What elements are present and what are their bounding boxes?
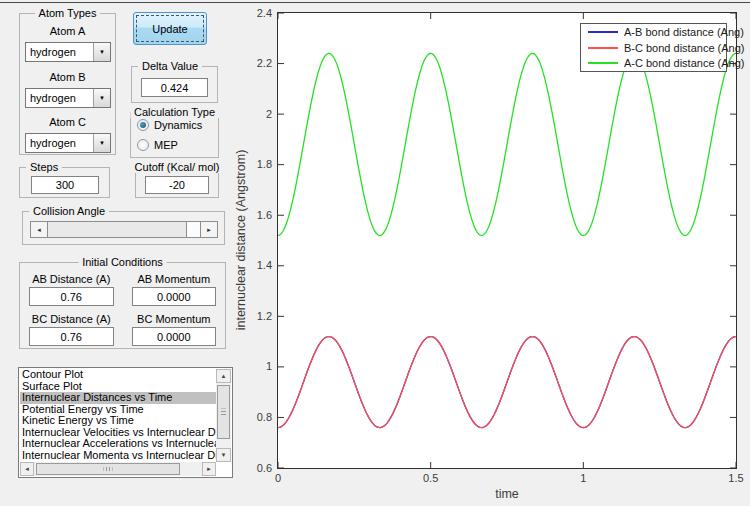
collision-angle-title: Collision Angle <box>29 205 109 217</box>
x-tick-label: 0.5 <box>411 472 451 485</box>
ic-field[interactable] <box>132 287 217 306</box>
calculation-type-title: Calculation Type <box>130 106 219 118</box>
atom-b-combobox[interactable]: hydrogen▼ <box>25 88 111 108</box>
radio-button-icon[interactable] <box>137 119 149 131</box>
list-item[interactable]: Surface Plot <box>20 381 216 393</box>
radio-label: Dynamics <box>154 119 202 131</box>
plot-axes <box>277 12 737 469</box>
ic-label: BC Momentum <box>132 313 217 327</box>
delta-value-group: Delta Value <box>131 66 218 103</box>
collision-angle-slider[interactable]: ◄ ► <box>30 221 218 238</box>
slider-track[interactable] <box>48 222 200 237</box>
atom-a-label: Atom A <box>20 25 115 38</box>
scroll-left-icon[interactable]: ◄ <box>20 462 34 476</box>
initial-conditions-group: Initial Conditions AB Distance (A)AB Mom… <box>19 262 226 349</box>
slider-left-arrow-icon[interactable]: ◄ <box>31 222 48 237</box>
ic-field[interactable] <box>132 327 217 346</box>
combobox-value: hydrogen <box>26 134 93 152</box>
y-tick-label: 2.4 <box>236 7 272 20</box>
steps-group: Steps <box>19 167 110 198</box>
dropdown-arrow-icon: ▼ <box>93 89 110 107</box>
plot-type-listbox[interactable]: Contour PlotSurface PlotInternuclear Dis… <box>18 367 233 478</box>
combobox-value: hydrogen <box>26 43 93 61</box>
legend-entry-label: A-C bond distance (Ang) <box>624 57 744 69</box>
y-tick-label: 1.2 <box>236 310 272 323</box>
horizontal-scrollbar-thumb[interactable] <box>36 463 180 475</box>
list-item[interactable]: Internuclear Distances vs Time <box>20 392 216 404</box>
x-tick-label: 1 <box>563 472 603 485</box>
radio-button-icon[interactable] <box>137 139 149 151</box>
radio-option-dynamics[interactable]: Dynamics <box>137 116 218 133</box>
radio-label: MEP <box>154 139 178 151</box>
collision-angle-group: Collision Angle ◄ ► <box>22 211 225 245</box>
atom-b-label: Atom B <box>20 71 115 84</box>
legend-entry: B-C bond distance (Ang) <box>581 41 726 55</box>
initial-conditions-grid: AB Distance (A)AB MomentumBC Distance (A… <box>20 263 225 351</box>
scroll-right-icon[interactable]: ► <box>202 462 216 476</box>
calculation-type-group: Calculation Type DynamicsMEP <box>130 112 219 158</box>
cutoff-title: Cutoff (Kcal/ mol) <box>133 161 222 173</box>
list-item[interactable]: Kinetic Energy vs Time <box>20 415 216 427</box>
legend-entry: A-C bond distance (Ang) <box>581 56 726 70</box>
legend-entry: A-B bond distance (Ang) <box>581 25 726 39</box>
update-button[interactable]: Update <box>133 12 207 45</box>
plot-canvas <box>278 13 736 468</box>
list-item[interactable]: Potential Energy vs Time <box>20 404 216 416</box>
listbox-items: Contour PlotSurface PlotInternuclear Dis… <box>20 369 216 462</box>
scroll-up-icon[interactable]: ▲ <box>216 369 231 383</box>
listbox-vertical-scrollbar[interactable]: ▲ ▼ <box>216 369 231 462</box>
dropdown-arrow-icon: ▼ <box>93 43 110 61</box>
atom-c-combobox[interactable]: hydrogen▼ <box>25 133 111 153</box>
series-line-2 <box>278 53 736 235</box>
list-item[interactable]: Internuclear Accelerations vs Internucle… <box>20 438 216 450</box>
steps-field[interactable] <box>31 176 99 194</box>
y-tick-label: 1.6 <box>236 209 272 222</box>
x-tick-label: 1.5 <box>716 472 750 485</box>
radio-option-mep[interactable]: MEP <box>137 136 218 153</box>
ic-field[interactable] <box>29 327 114 346</box>
slider-right-arrow-icon[interactable]: ► <box>200 222 217 237</box>
y-tick-label: 1 <box>236 360 272 373</box>
thumb-grip <box>104 467 113 471</box>
legend-line-sample <box>588 62 618 64</box>
x-axis-label: time <box>427 487 587 501</box>
window-top-border <box>0 2 750 3</box>
legend-line-sample <box>588 47 618 49</box>
x-tick-label: 0 <box>258 472 298 485</box>
ic-field[interactable] <box>29 287 114 306</box>
atom-a-combobox[interactable]: hydrogen▼ <box>25 42 111 62</box>
y-tick-label: 2.2 <box>236 57 272 70</box>
list-item[interactable]: Internuclear Momenta vs Internuclear Dis… <box>20 450 216 462</box>
thumb-grip <box>221 409 226 416</box>
y-tick-label: 1.4 <box>236 259 272 272</box>
y-tick-label: 0.8 <box>236 411 272 424</box>
atom-types-title: Atom Types <box>35 7 101 19</box>
y-tick-label: 2 <box>236 108 272 121</box>
series-line-1 <box>278 337 736 428</box>
listbox-horizontal-scrollbar[interactable]: ◄ ► <box>20 462 216 476</box>
scroll-down-icon[interactable]: ▼ <box>216 448 231 462</box>
vertical-scrollbar-thumb[interactable] <box>217 385 230 439</box>
legend-entry-label: B-C bond distance (Ang) <box>624 42 744 54</box>
ic-label: BC Distance (A) <box>29 313 114 327</box>
y-axis-label: internuclear distance (Angstrom) <box>234 150 248 331</box>
combobox-value: hydrogen <box>26 89 93 107</box>
y-tick-label: 1.8 <box>236 158 272 171</box>
steps-title: Steps <box>26 161 62 173</box>
radio-rows-container: DynamicsMEP <box>131 116 218 153</box>
list-item[interactable]: Contour Plot <box>20 369 216 381</box>
application-window: Atom Types Atom Ahydrogen▼Atom Bhydrogen… <box>0 0 750 506</box>
cutoff-field[interactable] <box>145 176 209 194</box>
ic-label: AB Momentum <box>132 273 217 287</box>
list-item[interactable]: Internuclear Velocities vs Internuclear … <box>20 427 216 439</box>
dropdown-arrow-icon: ▼ <box>93 134 110 152</box>
delta-value-title: Delta Value <box>138 60 202 72</box>
legend-entry-label: A-B bond distance (Ang) <box>624 26 744 38</box>
slider-thumb[interactable] <box>186 222 200 237</box>
legend-line-sample <box>588 31 618 33</box>
delta-value-field[interactable] <box>141 78 208 97</box>
ic-label: AB Distance (A) <box>29 273 114 287</box>
plot-legend: A-B bond distance (Ang)B-C bond distance… <box>580 23 727 72</box>
atom-types-group: Atom Types Atom Ahydrogen▼Atom Bhydrogen… <box>19 13 116 155</box>
cutoff-group: Cutoff (Kcal/ mol) <box>135 167 219 198</box>
